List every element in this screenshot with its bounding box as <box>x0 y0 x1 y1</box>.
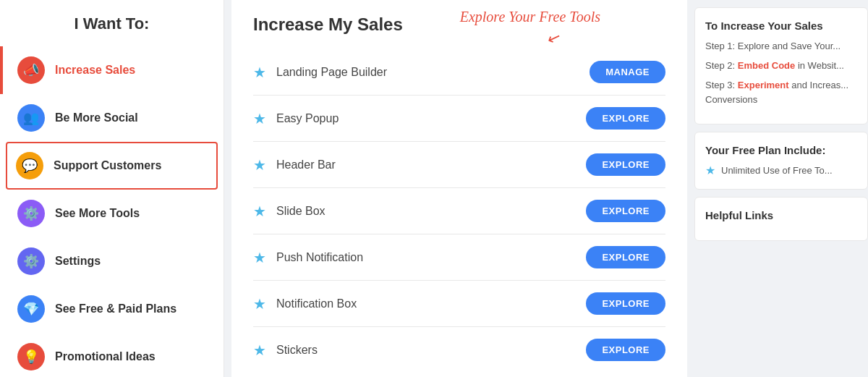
free-plan-card-title: Your Free Plan Include: <box>705 144 857 156</box>
free-plan-star-icon: ★ <box>705 164 715 177</box>
embed-code-highlight: Embed Code <box>738 60 795 71</box>
see-free-paid-plans-icon: 💎 <box>17 295 45 323</box>
free-plan-item-text: Unlimited Use of Free To... <box>721 165 833 176</box>
promotional-ideas-icon: 💡 <box>17 343 45 370</box>
helpful-links-title: Helpful Links <box>705 209 857 221</box>
experiment-highlight: Experiment <box>738 80 789 90</box>
tool-name: Push Notification <box>276 251 586 264</box>
star-icon: ★ <box>253 342 266 359</box>
explore-button[interactable]: EXPLORE <box>586 246 665 268</box>
sidebar-title: I Want To: <box>0 14 224 33</box>
star-icon: ★ <box>253 110 266 127</box>
increase-sales-icon: 📣 <box>17 56 45 84</box>
sidebar-item-label: See Free & Paid Plans <box>55 302 176 315</box>
step2-text: Step 2: Embed Code in Websit... <box>705 59 857 74</box>
sidebar-item-support-customers[interactable]: 💬 Support Customers <box>6 142 218 190</box>
explore-label: Explore Your Free Tools <box>460 9 600 25</box>
increase-sales-card-title: To Increase Your Sales <box>705 20 857 32</box>
tool-row: ★ Easy Popup EXPLORE <box>253 96 665 142</box>
tool-row: ★ Header Bar EXPLORE <box>253 142 665 188</box>
tool-name: Stickers <box>276 344 586 357</box>
explore-button[interactable]: EXPLORE <box>586 339 665 361</box>
star-icon: ★ <box>253 249 266 266</box>
sidebar-item-promotional-ideas[interactable]: 💡 Promotional Ideas <box>0 333 224 377</box>
settings-icon: ⚙️ <box>17 247 45 275</box>
explore-button[interactable]: EXPLORE <box>586 200 665 222</box>
explore-button[interactable]: EXPLORE <box>586 107 665 130</box>
increase-sales-card: To Increase Your Sales Step 1: Explore a… <box>694 7 868 124</box>
sidebar-item-label: See More Tools <box>55 207 140 220</box>
step1-text: Step 1: Explore and Save Your... <box>705 39 857 54</box>
star-icon: ★ <box>253 203 266 220</box>
see-more-tools-icon: ⚙️ <box>17 200 45 227</box>
tool-name: Landing Page Builder <box>276 66 590 79</box>
sidebar-item-see-more-tools[interactable]: ⚙️ See More Tools <box>0 190 224 237</box>
sidebar-item-label: Promotional Ideas <box>55 350 156 363</box>
step3-text: Step 3: Experiment and Increas... Conver… <box>705 78 857 109</box>
tool-row: ★ Stickers EXPLORE <box>253 327 665 373</box>
tool-row: ★ Push Notification EXPLORE <box>253 234 665 281</box>
sidebar-item-label: Support Customers <box>54 159 161 172</box>
tool-name: Header Bar <box>276 158 586 171</box>
sidebar-item-be-more-social[interactable]: 👥 Be More Social <box>0 94 224 142</box>
star-icon: ★ <box>253 295 266 313</box>
sidebar: I Want To: 📣 Increase Sales 👥 Be More So… <box>0 0 224 377</box>
manage-button[interactable]: MANAGE <box>590 61 665 83</box>
main-content: Explore Your Free Tools ↙ Increase My Sa… <box>231 0 687 377</box>
sidebar-item-increase-sales[interactable]: 📣 Increase Sales <box>0 46 224 94</box>
star-icon: ★ <box>253 64 266 81</box>
free-plan-item: ★ Unlimited Use of Free To... <box>705 164 857 177</box>
tool-name: Notification Box <box>276 297 586 310</box>
explore-button[interactable]: EXPLORE <box>586 153 665 176</box>
tool-name: Slide Box <box>276 205 586 218</box>
tool-row: ★ Landing Page Builder MANAGE <box>253 49 665 96</box>
support-customers-icon: 💬 <box>16 152 43 179</box>
be-more-social-icon: 👥 <box>17 104 45 132</box>
sidebar-item-settings[interactable]: ⚙️ Settings <box>0 237 224 285</box>
star-icon: ★ <box>253 156 266 174</box>
sidebar-item-see-free-paid-plans[interactable]: 💎 See Free & Paid Plans <box>0 285 224 333</box>
sidebar-item-label: Be More Social <box>55 111 138 124</box>
sidebar-item-label: Increase Sales <box>55 64 135 77</box>
sidebar-item-label: Settings <box>55 255 101 268</box>
helpful-links-card: Helpful Links <box>694 197 868 241</box>
tool-row: ★ Notification Box EXPLORE <box>253 281 665 327</box>
tool-name: Easy Popup <box>276 112 586 125</box>
tool-row: ★ Slide Box EXPLORE <box>253 188 665 234</box>
free-plan-card: Your Free Plan Include: ★ Unlimited Use … <box>694 132 868 190</box>
explore-button[interactable]: EXPLORE <box>586 292 665 315</box>
right-panel: To Increase Your Sales Step 1: Explore a… <box>694 0 868 377</box>
